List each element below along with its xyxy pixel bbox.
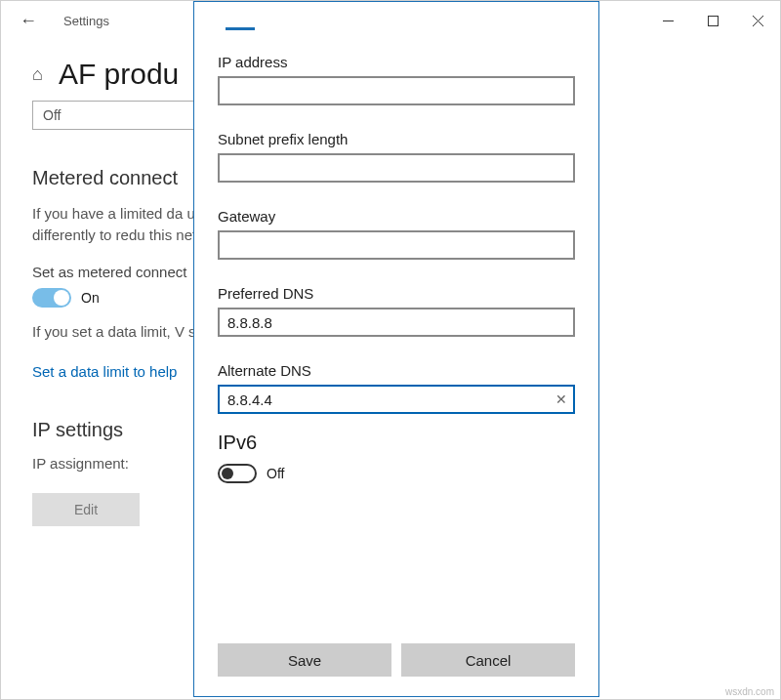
home-icon[interactable]: ⌂ [32,64,43,85]
close-window-button[interactable] [735,5,780,36]
ipv6-heading: IPv6 [218,432,575,454]
window-title: Settings [63,14,109,28]
svg-rect-1 [708,16,718,25]
clear-icon[interactable]: ✕ [555,392,567,406]
ip-settings-dialog: IP address Subnet prefix length Gateway … [193,1,599,697]
ip-assignment-label: IP assignment: [32,455,159,472]
dropdown-value: Off [43,107,61,123]
gateway-label: Gateway [218,208,575,225]
save-button[interactable]: Save [218,643,391,677]
minimize-button[interactable] [645,5,690,36]
gateway-input[interactable] [218,230,575,260]
subnet-label: Subnet prefix length [218,131,575,147]
cancel-button[interactable]: Cancel [401,643,575,677]
preferred-dns-label: Preferred DNS [218,285,575,302]
metered-toggle[interactable] [32,288,71,308]
random-addresses-dropdown[interactable]: Off [32,101,198,130]
page-title: AF produ [59,58,179,91]
alternate-dns-label: Alternate DNS [218,362,575,379]
ip-address-label: IP address [218,54,575,70]
back-button[interactable]: ← [13,11,44,31]
tab-indicator [226,27,255,30]
maximize-button[interactable] [690,5,735,36]
watermark: wsxdn.com [725,686,774,697]
alternate-dns-input[interactable] [218,385,575,414]
ip-address-input[interactable] [218,76,575,105]
edit-button[interactable]: Edit [32,493,140,526]
preferred-dns-input[interactable] [218,308,575,337]
metered-toggle-state: On [81,290,100,306]
ipv6-toggle[interactable] [218,464,257,483]
ipv6-toggle-state: Off [267,466,284,481]
subnet-input[interactable] [218,153,575,183]
